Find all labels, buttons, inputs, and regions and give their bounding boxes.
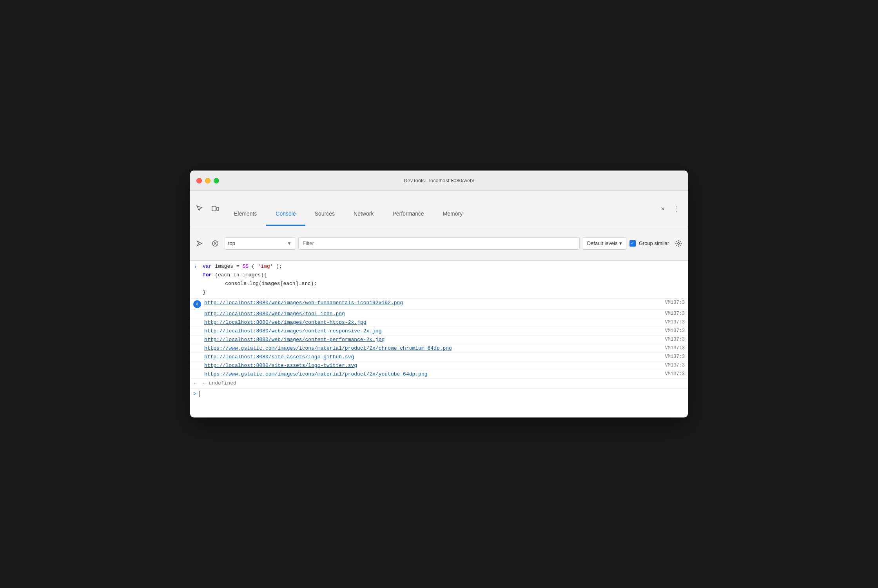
log-source-6[interactable]: VM137:3 (657, 345, 685, 351)
log-url-2: http://localhost:8080/web/images/tool_ic… (204, 311, 657, 317)
levels-dropdown[interactable]: Default levels ▾ (583, 237, 626, 250)
context-dropdown-icon: ▼ (287, 241, 292, 246)
cursor (200, 391, 200, 397)
code-line-4: } (203, 288, 685, 297)
group-similar-label[interactable]: Group similar (639, 240, 669, 246)
log-link-9[interactable]: https://www.gstatic.com/images/icons/mat… (204, 371, 428, 377)
devtools-window: DevTools - localhost:8080/web/ (190, 171, 688, 417)
log-entry-5: http://localhost:8080/web/images/content… (190, 336, 688, 344)
more-tabs-button[interactable]: » (657, 202, 669, 215)
context-value: top (228, 240, 235, 246)
log-link-7[interactable]: http://localhost:8080/site-assets/logo-g… (204, 354, 354, 360)
group-similar-checkbox[interactable]: ✓ (629, 240, 636, 247)
log-link-2[interactable]: http://localhost:8080/web/images/tool_ic… (204, 311, 345, 317)
tab-network[interactable]: Network (344, 202, 383, 226)
log-entry-9: https://www.gstatic.com/images/icons/mat… (190, 370, 688, 379)
tab-bar-right: » ⋮ (652, 191, 688, 226)
log-entry-8: http://localhost:8080/site-assets/logo-t… (190, 361, 688, 370)
window-title: DevTools - localhost:8080/web/ (404, 178, 474, 183)
minimize-button[interactable] (205, 178, 210, 183)
log-url-6: https://www.gstatic.com/images/icons/mat… (204, 345, 657, 351)
log-link-4[interactable]: http://localhost:8080/web/images/content… (204, 328, 381, 334)
maximize-button[interactable] (214, 178, 219, 183)
code-line-2: for (each in images){ (203, 271, 685, 279)
log-link-3[interactable]: http://localhost:8080/web/images/content… (204, 319, 366, 325)
tab-list: Elements Console Sources Network Perform… (225, 191, 652, 226)
console-input-row[interactable]: > (190, 388, 688, 399)
log-url-3: http://localhost:8080/web/images/content… (204, 319, 657, 325)
log-link-6[interactable]: https://www.gstatic.com/images/icons/mat… (204, 345, 452, 351)
levels-label: Default levels (587, 240, 618, 246)
log-link-1[interactable]: http://localhost:8080/web/images/web-fun… (204, 300, 403, 306)
log-source-4[interactable]: VM137:3 (657, 328, 685, 334)
log-url-4: http://localhost:8080/web/images/content… (204, 328, 657, 334)
log-url-5: http://localhost:8080/web/images/content… (204, 337, 657, 343)
traffic-lights (196, 178, 219, 183)
clear-console-button[interactable] (193, 237, 206, 250)
title-bar: DevTools - localhost:8080/web/ (190, 171, 688, 191)
log-url-8: http://localhost:8080/site-assets/logo-t… (204, 363, 657, 368)
code-input-block: › var images = $$ ( 'img' ); for (each i… (190, 261, 688, 299)
tab-sources[interactable]: Sources (305, 202, 344, 226)
svg-marker-2 (197, 241, 202, 246)
tab-memory[interactable]: Memory (434, 202, 472, 226)
log-source-2[interactable]: VM137:3 (657, 311, 685, 316)
context-selector[interactable]: top ▼ (225, 237, 295, 250)
undefined-row: ← ← undefined (190, 379, 688, 388)
devtools-menu-button[interactable]: ⋮ (671, 202, 683, 215)
log-link-8[interactable]: http://localhost:8080/site-assets/logo-t… (204, 363, 357, 368)
svg-point-6 (678, 242, 680, 244)
log-source-5[interactable]: VM137:3 (657, 337, 685, 342)
log-source-9[interactable]: VM137:3 (657, 371, 685, 377)
log-source-3[interactable]: VM137:3 (657, 319, 685, 325)
log-url-7: http://localhost:8080/site-assets/logo-g… (204, 354, 657, 360)
tab-bar: Elements Console Sources Network Perform… (190, 191, 688, 226)
code-content: var images = $$ ( 'img' ); for (each in … (203, 262, 685, 297)
tab-console[interactable]: Console (266, 202, 305, 226)
log-link-5[interactable]: http://localhost:8080/web/images/content… (204, 337, 385, 343)
log-source-8[interactable]: VM137:3 (657, 363, 685, 368)
undefined-text: ← undefined (203, 380, 236, 386)
tab-performance[interactable]: Performance (383, 202, 433, 226)
devtools-body: Elements Console Sources Network Perform… (190, 191, 688, 417)
log-badge: 2 (193, 300, 201, 308)
settings-icon[interactable] (672, 237, 685, 250)
return-icon: ← (194, 381, 197, 386)
log-source-7[interactable]: VM137:3 (657, 354, 685, 359)
filter-input[interactable] (298, 237, 580, 250)
code-line-3: console.log(images[each].src); (203, 279, 685, 288)
log-source-1[interactable]: VM137:3 (657, 300, 685, 305)
log-entry-4: http://localhost:8080/web/images/content… (190, 327, 688, 336)
svg-rect-1 (217, 207, 219, 211)
toolbar: top ▼ Default levels ▾ ✓ Group similar (190, 226, 688, 261)
cursor-line (200, 391, 200, 397)
log-entry-2: http://localhost:8080/web/images/tool_ic… (190, 310, 688, 318)
log-url-9: https://www.gstatic.com/images/icons/mat… (204, 371, 657, 377)
log-entry-3: http://localhost:8080/web/images/content… (190, 318, 688, 327)
log-entry-6: https://www.gstatic.com/images/icons/mat… (190, 344, 688, 353)
log-entry-7: http://localhost:8080/site-assets/logo-g… (190, 353, 688, 361)
inspect-element-icon[interactable] (193, 202, 206, 215)
log-url-1: http://localhost:8080/web/images/web-fun… (204, 300, 657, 306)
tab-bar-left (190, 191, 225, 226)
input-prompt-icon: > (193, 391, 196, 397)
code-line-1: var images = $$ ( 'img' ); (203, 262, 685, 271)
tab-elements[interactable]: Elements (225, 202, 266, 226)
svg-rect-0 (212, 206, 216, 211)
close-button[interactable] (196, 178, 202, 183)
prompt-arrow: › (194, 263, 197, 271)
device-toolbar-icon[interactable] (209, 202, 221, 215)
console-output: › var images = $$ ( 'img' ); for (each i… (190, 261, 688, 417)
levels-dropdown-icon: ▾ (619, 240, 622, 246)
stop-recording-button[interactable] (209, 237, 221, 250)
log-entry-1: 2 http://localhost:8080/web/images/web-f… (190, 299, 688, 310)
